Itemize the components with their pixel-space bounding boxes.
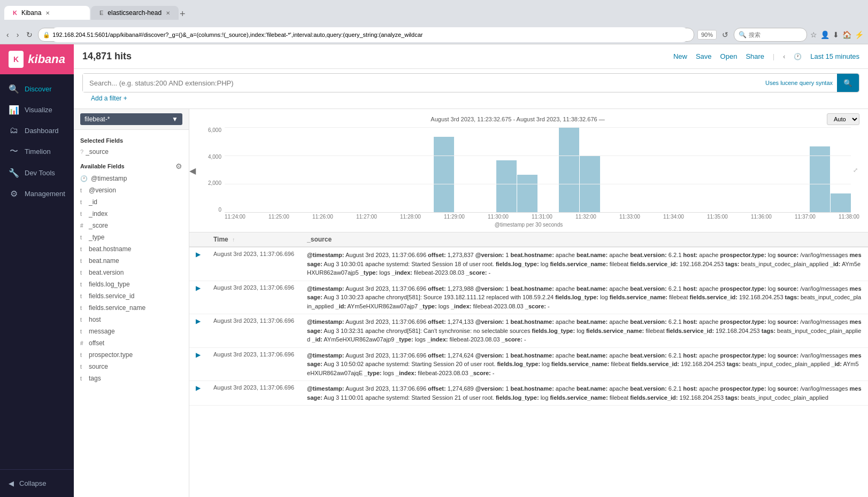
chart-area: ◀ August 3rd 2023, 11:23:32.675 - August…	[189, 109, 868, 232]
field-type-host: t	[80, 317, 86, 323]
sidebar-item-visualize[interactable]: 📊 Visualize	[0, 99, 74, 120]
sidebar-logo[interactable]: K kibana	[0, 44, 74, 74]
y-label-4000: 4,000	[208, 154, 221, 160]
field-item-beat-name[interactable]: t beat.name	[74, 255, 189, 267]
field-item-fields-service-name[interactable]: t fields.service_name	[74, 302, 189, 314]
expand-header	[189, 232, 207, 247]
field-item-host[interactable]: t host	[74, 314, 189, 325]
chart-expand-area: ⤢	[851, 127, 859, 213]
field-item-index[interactable]: t _index	[74, 208, 189, 220]
field-item-fields-log-type[interactable]: t fields.log_type	[74, 278, 189, 290]
save-button[interactable]: Save	[696, 52, 712, 60]
index-pattern-caret[interactable]: ▼	[172, 115, 178, 123]
field-item-score[interactable]: # _score	[74, 220, 189, 231]
zoom-indicator[interactable]: 90%	[697, 30, 717, 40]
field-item-message[interactable]: t message	[74, 325, 189, 337]
lucene-link[interactable]: Uses lucene query syntax	[761, 80, 837, 86]
time-cell: August 3rd 2023, 11:37:06.696	[207, 381, 301, 406]
lock-icon: 🔒	[43, 32, 50, 38]
field-item-timestamp[interactable]: 🕐 @timestamp	[74, 173, 189, 184]
bookmark-icon[interactable]: ☆	[810, 30, 817, 39]
forward-button[interactable]: ›	[14, 28, 21, 41]
field-item-id[interactable]: t _id	[74, 196, 189, 208]
chart-collapse-left[interactable]: ◀	[189, 166, 196, 176]
search-input[interactable]	[83, 74, 761, 92]
field-item-beat-hostname[interactable]: t beat.hostname	[74, 243, 189, 255]
field-item-type[interactable]: t _type	[74, 231, 189, 243]
chart-controls: Auto	[827, 113, 859, 125]
field-item-fields-service-id[interactable]: t fields.service_id	[74, 290, 189, 302]
time-cell: August 3rd 2023, 11:37:06.696	[207, 281, 301, 314]
browser-search-input[interactable]	[749, 32, 802, 38]
browser-tab-elasticsearch[interactable]: E elasticsearch-head ✕	[91, 6, 179, 20]
time-column-header[interactable]: Time ↑	[207, 232, 301, 247]
field-item-prospector-type[interactable]: t prospector.type	[74, 349, 189, 361]
sidebar-item-dashboard[interactable]: 🗂 Dashboard	[0, 120, 74, 141]
search-icon: 🔍	[739, 31, 747, 38]
source-cell: @timestamp: August 3rd 2023, 11:37:06.69…	[301, 347, 868, 381]
index-pattern-container: filebeat-* ▼	[74, 109, 189, 130]
chart-bar-14[interactable]	[517, 175, 537, 213]
expand-row-button[interactable]: ▶	[196, 351, 201, 359]
sidebar-item-discover[interactable]: 🔍 Discover	[0, 79, 74, 99]
home-icon[interactable]: 🏠	[842, 30, 851, 39]
source-field-item[interactable]: ? _source	[74, 146, 189, 158]
expand-row-button[interactable]: ▶	[196, 317, 201, 325]
collapse-button[interactable]: ◀ Collapse	[0, 474, 74, 493]
field-item-source[interactable]: t source	[74, 361, 189, 372]
share-button[interactable]: Share	[746, 52, 764, 60]
sidebar: K kibana 🔍 Discover 📊 Visualize 🗂 Dashbo…	[0, 44, 74, 497]
chart-bar-29[interactable]	[831, 193, 851, 213]
address-bar[interactable]	[50, 27, 689, 42]
field-type-fields-service-name: t	[80, 305, 86, 311]
settings-icon[interactable]: ⚙	[175, 162, 182, 170]
table-row: ▶August 3rd 2023, 11:37:06.696@timestamp…	[189, 281, 868, 314]
add-filter-link[interactable]: Add a filter +	[82, 92, 859, 104]
time-filter-label[interactable]: Last 15 minutes	[810, 52, 859, 60]
expand-row-button[interactable]: ▶	[196, 251, 201, 258]
field-type-prospector-type: t	[80, 352, 86, 358]
kibana-tab-close[interactable]: ✕	[45, 10, 50, 16]
extension-icon[interactable]: ⚡	[855, 30, 864, 39]
back-button[interactable]: ‹	[4, 28, 11, 41]
field-type-source: t	[80, 364, 86, 370]
field-item-offset[interactable]: # offset	[74, 337, 189, 349]
chart-bar-13[interactable]	[496, 160, 517, 213]
results-area[interactable]: Time ↑ _source ▶August 3rd 2023, 11:37:0…	[189, 232, 868, 497]
time-sort-icon[interactable]: ↑	[232, 237, 235, 243]
new-tab-button[interactable]: +	[180, 9, 186, 20]
chart-expand-icon[interactable]: ⤢	[853, 167, 858, 174]
field-item-tags[interactable]: t tags	[74, 372, 189, 384]
chart-bar-28[interactable]	[810, 146, 830, 213]
field-type-offset: #	[80, 340, 86, 346]
field-item-version[interactable]: t @version	[74, 184, 189, 196]
open-button[interactable]: Open	[720, 52, 738, 60]
user-icon[interactable]: 👤	[820, 30, 829, 39]
x-label-0: 11:24:00	[225, 214, 245, 220]
expand-row-button[interactable]: ▶	[196, 384, 201, 392]
expand-row-button[interactable]: ▶	[196, 284, 201, 292]
sidebar-item-devtools[interactable]: 🔧 Dev Tools	[0, 162, 74, 183]
chart-bar-10[interactable]	[434, 137, 454, 213]
sidebar-label-dashboard: Dashboard	[25, 127, 59, 135]
new-button[interactable]: New	[673, 52, 687, 60]
elasticsearch-tab-close[interactable]: ✕	[166, 10, 170, 16]
sidebar-label-management: Management	[25, 190, 65, 198]
chart-bar-16[interactable]	[559, 127, 579, 213]
back-time-icon[interactable]: ‹	[783, 53, 785, 60]
search-submit-button[interactable]: 🔍	[837, 74, 859, 92]
refresh-button[interactable]: ↺	[720, 28, 731, 41]
reload-button[interactable]: ↻	[24, 28, 35, 41]
x-label-13: 11:37:00	[795, 214, 816, 220]
browser-tab-kibana[interactable]: K Kibana ✕	[4, 6, 90, 20]
sidebar-item-management[interactable]: ⚙ Management	[0, 183, 74, 204]
chart-bar-17[interactable]	[580, 156, 600, 213]
sidebar-item-timelion[interactable]: 〜 Timelion	[0, 141, 74, 162]
download-icon[interactable]: ⬇	[833, 30, 839, 39]
table-row: ▶August 3rd 2023, 11:37:06.696@timestamp…	[189, 247, 868, 281]
chart-interval-select[interactable]: Auto	[827, 113, 859, 125]
sidebar-label-devtools: Dev Tools	[25, 169, 55, 177]
field-type-beat-hostname: t	[80, 246, 86, 252]
table-row: ▶August 3rd 2023, 11:37:06.696@timestamp…	[189, 347, 868, 381]
field-item-beat-version[interactable]: t beat.version	[74, 267, 189, 278]
